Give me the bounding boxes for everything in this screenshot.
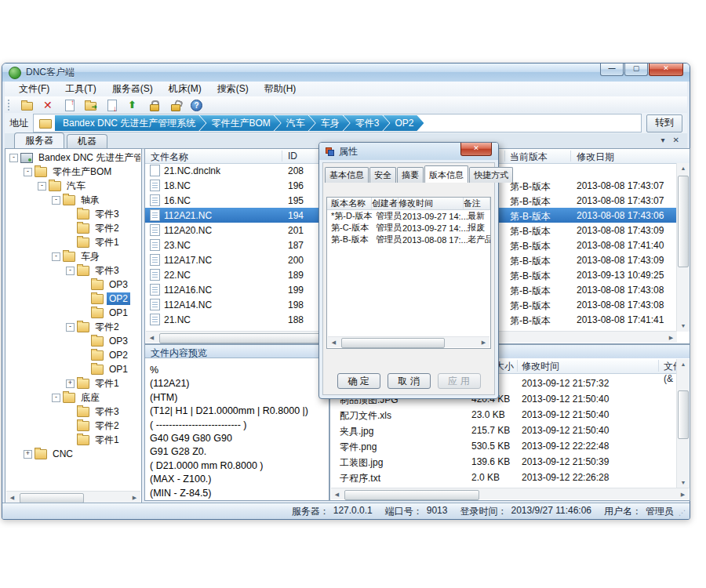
attachment-row[interactable]: 子程序.txt 2.0 KB 2013-09-12 22:26:28 [330, 470, 677, 485]
tree-node[interactable]: 零件3 [6, 207, 140, 221]
scroll-left-icon[interactable]: ◀ [146, 332, 158, 343]
tree-node[interactable]: - 轴承 [6, 193, 140, 207]
delete-icon[interactable] [42, 99, 55, 111]
attachment-row[interactable]: 夹具.jpg 215.7 KB 2013-09-12 21:50:40 [330, 423, 677, 438]
dialog-button[interactable]: 取 消 [388, 373, 431, 389]
dialog-button[interactable]: 确 定 [337, 373, 380, 389]
unlock-icon[interactable] [169, 99, 182, 111]
attachment-row[interactable]: 零件.png 530.5 KB 2013-09-12 22:22:48 [330, 438, 677, 454]
breadcrumb-item[interactable]: Bandex DNC 先进生产管理系统 [55, 115, 206, 131]
scroll-right-icon[interactable]: ▶ [129, 492, 140, 503]
menu-item[interactable]: 工具(T) [57, 81, 104, 97]
menu-item[interactable]: 帮助(H) [257, 81, 304, 97]
attachments-vscrollbar[interactable]: ▲ ▼ [676, 359, 690, 488]
tree-hscrollbar[interactable]: ◀ ▶ [6, 491, 140, 503]
tree-node[interactable]: 零件1 [6, 235, 140, 249]
version-row[interactable]: 第-C-版本 管理员 2013-09-27 14:... 报废 [327, 222, 490, 234]
file-list-vscrollbar[interactable]: ▲ ▼ [676, 163, 690, 332]
version-row[interactable]: *第-D-版本 管理员 2013-09-27 14:... 最新 [327, 210, 490, 222]
attachment-row[interactable]: 配刀文件.xls 23.0 KB 2013-09-12 21:50:40 [330, 407, 677, 423]
column-file-name[interactable]: 文件名称 [151, 151, 188, 164]
column-version-name[interactable]: 版本名称 [327, 198, 372, 209]
tree-expander-icon[interactable]: + [24, 450, 32, 459]
dialog-tab[interactable]: 快捷方式 [469, 167, 513, 183]
column-note[interactable]: 备注 [464, 198, 490, 209]
tree-expander-icon[interactable]: - [38, 182, 46, 191]
breadcrumb-item[interactable]: 零件生产BOM [199, 115, 280, 131]
scroll-left-icon[interactable]: ◀ [328, 337, 340, 347]
tree-node[interactable]: - 零件2 [6, 320, 140, 334]
column-modify-time[interactable]: 修改时间 [398, 198, 464, 209]
tree-expander-icon[interactable]: - [52, 252, 60, 261]
help-icon[interactable] [190, 99, 203, 111]
column-creator[interactable]: 创建者 [372, 198, 398, 209]
tree-node[interactable]: OP2 [6, 348, 140, 362]
tree-node[interactable]: + 零件1 [6, 376, 140, 390]
maximize-button[interactable] [624, 64, 648, 76]
dialog-tab[interactable]: 版本信息 [424, 165, 468, 183]
tree-node[interactable]: - 汽车 [6, 179, 140, 193]
column-modify-date[interactable]: 修改日期 [577, 151, 614, 164]
column-current-version[interactable]: 当前版本 [510, 151, 548, 164]
view-tab[interactable]: 机器 [67, 134, 107, 148]
address-field[interactable]: Bandex DNC 先进生产管理系统 零件生产BOM 汽车 车身 零件3 OP… [33, 114, 642, 132]
toolbar-grip[interactable] [8, 100, 11, 111]
tree-expander-icon[interactable]: - [24, 168, 32, 176]
scroll-down-icon[interactable]: ▼ [678, 477, 689, 488]
tree-node[interactable]: OP1 [6, 306, 140, 320]
scroll-up-icon[interactable]: ▲ [678, 359, 689, 370]
tree-node[interactable]: - 零件生产BOM [6, 165, 140, 179]
tree-node[interactable]: - 底座 [6, 390, 140, 405]
dialog-tab[interactable]: 基本信息 [325, 167, 369, 183]
tree-expander-icon[interactable]: + [66, 379, 75, 388]
tree-expander-icon[interactable]: - [66, 323, 75, 332]
checkin-file-icon[interactable] [63, 99, 76, 111]
minimize-button[interactable] [600, 64, 624, 76]
tree-node[interactable]: OP3 [6, 334, 140, 348]
tree-node[interactable]: OP2 [6, 292, 140, 306]
tree-expander-icon[interactable]: - [52, 394, 60, 402]
tree-expander-icon[interactable]: - [52, 196, 60, 205]
attachments-hscrollbar[interactable]: ◀ ▶ [331, 488, 689, 499]
menu-item[interactable]: 搜索(S) [209, 81, 257, 97]
dialog-button[interactable]: 应 用 [438, 373, 481, 389]
column-modify-time[interactable]: 修改时间 [522, 360, 559, 373]
tree-node[interactable]: - 车身 [6, 249, 140, 263]
menu-item[interactable]: 文件(F) [11, 81, 57, 97]
dialog-tab[interactable]: 安全 [369, 167, 396, 183]
lock-icon[interactable] [147, 99, 161, 111]
view-tab[interactable]: 服务器 [14, 132, 64, 148]
menu-item[interactable]: 服务器(S) [104, 81, 161, 97]
tree-node[interactable]: 零件2 [6, 419, 140, 433]
scroll-right-icon[interactable]: ▶ [677, 489, 689, 499]
scroll-left-icon[interactable]: ◀ [331, 489, 343, 499]
version-row[interactable]: 第-B-版本 管理员 2013-08-08 17:... 老产品程序 [327, 234, 490, 245]
tree-node[interactable]: 零件2 [6, 221, 140, 235]
tree-node[interactable]: 零件3 [6, 405, 140, 419]
close-button[interactable] [649, 64, 683, 76]
version-table-hscrollbar[interactable]: ◀ ▶ [328, 336, 489, 347]
dialog-close-button[interactable]: ✕ [460, 143, 492, 156]
scroll-right-icon[interactable]: ▶ [478, 337, 489, 347]
tabstrip-dropdown-icon[interactable]: ▾ [661, 136, 665, 144]
dialog-tab[interactable]: 摘要 [397, 167, 424, 183]
scroll-up-icon[interactable]: ▲ [678, 163, 689, 174]
new-folder-icon[interactable] [20, 99, 34, 111]
checkout-file-icon[interactable] [105, 99, 118, 111]
scroll-down-icon[interactable]: ▼ [678, 321, 689, 332]
scroll-right-icon[interactable]: ▶ [665, 332, 677, 343]
tree-node[interactable]: - 零件3 [6, 263, 140, 278]
menu-item[interactable]: 机床(M) [161, 81, 209, 97]
tabstrip-close-icon[interactable]: ✕ [673, 136, 679, 144]
column-id[interactable]: ID [288, 151, 297, 162]
tree-node[interactable]: OP1 [6, 362, 140, 376]
tree-node[interactable]: + CNC [6, 447, 140, 461]
tree-expander-icon[interactable]: - [9, 154, 18, 162]
tree-node[interactable]: OP3 [6, 278, 140, 292]
resize-grip-icon[interactable] [679, 509, 686, 517]
tree-node[interactable]: 零件1 [6, 433, 140, 447]
tree-expander-icon[interactable]: - [66, 267, 75, 275]
go-button[interactable]: 转到 [646, 114, 682, 132]
attachment-row[interactable]: 工装图.jpg 139.6 KB 2013-09-12 21:50:39 [330, 454, 677, 470]
send-folder-icon[interactable] [84, 99, 97, 111]
